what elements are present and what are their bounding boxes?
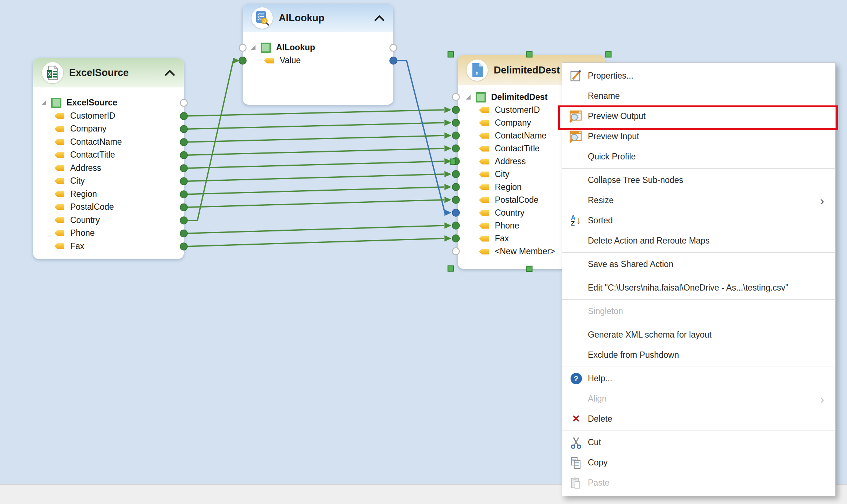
- tree-root-row[interactable]: AILookup: [243, 41, 393, 54]
- field-tag-icon: [479, 146, 489, 152]
- field-tag-icon: [479, 120, 489, 126]
- field-row-postalcode[interactable]: PostalCode: [33, 201, 184, 214]
- svg-text:X: X: [48, 71, 51, 77]
- field-tag-icon: [54, 113, 64, 119]
- ai-lookup-icon: [251, 7, 273, 29]
- menu-item-quick-profile[interactable]: Quick Profile: [562, 147, 835, 167]
- menu-item-label: Align: [588, 394, 820, 404]
- field-label: ContactTitle: [70, 150, 115, 160]
- field-row-value[interactable]: Value: [243, 54, 393, 67]
- preview-icon: [568, 129, 584, 145]
- field-row-fax[interactable]: Fax: [33, 240, 184, 253]
- menu-icon-spacer: [568, 233, 584, 249]
- node-header-ai-lookup[interactable]: AILookup: [243, 4, 393, 32]
- tree-expand-icon[interactable]: [466, 95, 471, 100]
- wire-green-region: [184, 187, 444, 194]
- selection-handle[interactable]: [450, 159, 456, 165]
- menu-item-cut[interactable]: Cut: [562, 432, 835, 453]
- field-row-contacttitle[interactable]: ContactTitle: [33, 148, 184, 162]
- menu-item-label: Rename: [588, 91, 829, 101]
- node-ai-lookup[interactable]: AILookup AILookup Value: [243, 4, 393, 105]
- selection-handle[interactable]: [606, 52, 611, 57]
- field-tag-icon: [54, 204, 64, 210]
- node-body: AILookup Value: [243, 32, 393, 105]
- field-row-region[interactable]: Region: [33, 188, 184, 201]
- field-tag-icon: [54, 152, 64, 158]
- menu-item-singleton: Singleton: [562, 301, 835, 321]
- field-tag-icon: [479, 159, 489, 165]
- wire-green-contacttitle: [184, 148, 444, 155]
- field-row-phone[interactable]: Phone: [33, 227, 184, 240]
- submenu-arrow-icon: ›: [820, 393, 829, 405]
- tree-expand-icon[interactable]: [41, 100, 46, 105]
- menu-icon-spacer: [568, 391, 584, 407]
- field-label: <New Member>: [495, 246, 555, 256]
- menu-item-preview-input[interactable]: Preview Input: [562, 126, 835, 147]
- menu-item-rename[interactable]: Rename: [562, 86, 835, 106]
- node-title: DelimitedDest: [494, 65, 560, 76]
- menu-item-exclude-from-pushdown[interactable]: Exclude from Pushdown: [562, 345, 835, 365]
- collapse-chevron-icon[interactable]: [374, 15, 385, 21]
- wire-arrowhead-icon: [444, 171, 451, 177]
- node-header-excel-source[interactable]: X ExcelSource: [33, 58, 184, 87]
- wire-green-company: [184, 123, 444, 129]
- field-label: Region: [495, 182, 522, 192]
- field-label: ContactTitle: [495, 144, 540, 154]
- menu-item-label: Singleton: [588, 306, 829, 316]
- field-label: ContactName: [70, 137, 122, 147]
- menu-item-edit-c-users-niha-faisal-onedrive-as-tes[interactable]: Edit "C:\Users\niha.faisal\OneDrive - As…: [562, 278, 835, 298]
- menu-item-label: Cut: [588, 438, 829, 447]
- field-label: Country: [70, 215, 100, 225]
- field-row-city[interactable]: City: [33, 174, 184, 188]
- field-list: CustomerIDCompanyContactNameContactTitle…: [33, 109, 184, 253]
- field-label: PostalCode: [70, 202, 114, 212]
- excel-source-icon: X: [42, 62, 63, 83]
- field-label: CustomerID: [495, 105, 540, 115]
- menu-item-generate-xml-schema-for-layout[interactable]: Generate XML schema for layout: [562, 325, 835, 345]
- menu-separator: [562, 431, 835, 431]
- menu-item-save-as-shared-action[interactable]: Save as Shared Action: [562, 254, 835, 274]
- node-title: ExcelSource: [69, 67, 129, 79]
- node-body: ExcelSource CustomerIDCompanyContactName…: [33, 87, 184, 259]
- menu-item-label: Edit "C:\Users\niha.faisal\OneDrive - As…: [588, 283, 829, 293]
- field-tag-icon: [54, 243, 64, 249]
- menu-item-collapse-tree-sub-nodes[interactable]: Collapse Tree Sub-nodes: [562, 170, 835, 190]
- wire-arrowhead-icon: [444, 210, 451, 216]
- menu-item-delete[interactable]: ✕Delete: [562, 409, 835, 429]
- menu-item-sorted[interactable]: AZ↓Sorted: [562, 210, 835, 231]
- node-excel-source[interactable]: X ExcelSource ExcelSource CustomerIDComp…: [33, 58, 184, 259]
- menu-separator: [562, 367, 835, 367]
- field-label: Address: [495, 156, 526, 166]
- wire-green-fax: [184, 238, 444, 246]
- field-row-company[interactable]: Company: [33, 122, 184, 136]
- field-tag-icon: [479, 210, 489, 216]
- menu-item-label: Generate XML schema for layout: [588, 330, 829, 340]
- paste-icon: [568, 475, 584, 491]
- selection-handle[interactable]: [448, 52, 454, 57]
- menu-item-delete-action-and-reroute-maps[interactable]: Delete Action and Reroute Maps: [562, 231, 835, 251]
- field-tag-icon: [54, 230, 64, 236]
- tree-expand-icon[interactable]: [251, 45, 255, 50]
- menu-item-copy[interactable]: Copy: [562, 453, 835, 473]
- context-menu: Properties...RenamePreview OutputPreview…: [562, 62, 836, 496]
- field-row-country[interactable]: Country: [33, 214, 184, 227]
- menu-item-resize[interactable]: Resize›: [562, 190, 835, 210]
- field-row-contactname[interactable]: ContactName: [33, 136, 184, 149]
- tree-root-row[interactable]: ExcelSource: [33, 96, 184, 109]
- tree-node-icon: [261, 43, 271, 53]
- tree-root-label: DelimitedDest: [491, 92, 547, 102]
- menu-icon-spacer: [568, 149, 584, 165]
- menu-item-preview-output[interactable]: Preview Output: [562, 106, 835, 126]
- field-row-customerid[interactable]: CustomerID: [33, 109, 184, 123]
- field-label: ContactName: [495, 131, 547, 141]
- wire-green-address: [184, 161, 444, 168]
- field-label: Country: [495, 208, 525, 218]
- menu-separator: [562, 168, 835, 169]
- menu-item-help[interactable]: ?Help...: [562, 368, 835, 389]
- field-row-address[interactable]: Address: [33, 162, 184, 175]
- field-tag-icon: [54, 217, 64, 223]
- menu-item-properties[interactable]: Properties...: [562, 66, 835, 86]
- field-tag-icon: [479, 184, 489, 190]
- selection-handle[interactable]: [448, 266, 454, 271]
- collapse-chevron-icon[interactable]: [165, 70, 175, 76]
